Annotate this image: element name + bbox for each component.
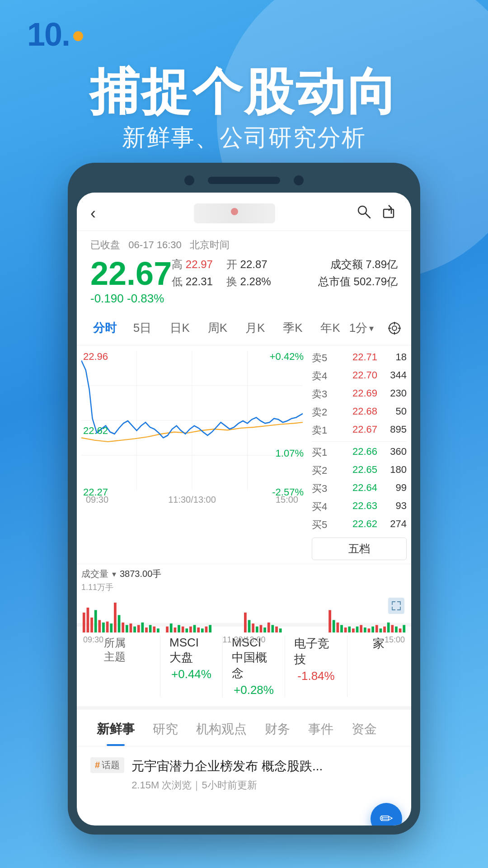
svg-rect-38: [174, 627, 176, 632]
logo-dot-icon: [73, 31, 83, 41]
chart-price-ml: 22.62: [83, 425, 108, 437]
nav-title-area: [113, 203, 356, 223]
app-nav: ‹: [77, 193, 411, 231]
phone-frame: ‹: [68, 163, 420, 835]
logo-text: 10.: [27, 18, 70, 51]
content-tab-events[interactable]: 事件: [299, 710, 343, 746]
time-mid: 11:30/13:00: [168, 495, 216, 505]
svg-rect-32: [145, 627, 148, 632]
five-level-button[interactable]: 五档: [312, 538, 407, 560]
svg-rect-42: [189, 627, 192, 632]
svg-rect-45: [201, 628, 204, 632]
svg-rect-51: [256, 627, 258, 632]
stock-status: 已收盘: [90, 239, 120, 250]
volume-area: 成交量 ▾ 3873.00手 1.11万手: [77, 564, 411, 623]
svg-rect-24: [114, 603, 117, 632]
vol-time-mid: 11:30/13:00: [222, 635, 265, 645]
svg-rect-29: [133, 627, 136, 632]
chart-pct-br: -2.57%: [272, 486, 304, 498]
fab-button[interactable]: ✏: [371, 803, 402, 826]
chart-tab-weekk[interactable]: 周K: [199, 316, 236, 340]
svg-rect-74: [391, 625, 394, 633]
hero-title: 捕捉个股动向: [0, 59, 488, 126]
phone-top-bar: [77, 175, 411, 185]
stock-open: 开 22.87: [226, 257, 267, 272]
chart-tab-monthk[interactable]: 月K: [236, 316, 274, 340]
content-tab-news[interactable]: 新鲜事: [88, 710, 144, 746]
svg-rect-27: [126, 625, 128, 633]
svg-rect-71: [380, 628, 382, 632]
chart-tab-fenshi[interactable]: 分时: [86, 316, 123, 340]
chart-tab-yeark[interactable]: 年K: [312, 316, 349, 340]
main-chart[interactable]: 22.96 +0.42% 22.62 1.07% 22.27 -2.57%: [77, 345, 307, 522]
content-tab-funds[interactable]: 资金: [343, 710, 386, 746]
ob-buy1: 买1 22.66 360: [312, 443, 407, 462]
volume-sub: 1.11万手: [81, 582, 407, 593]
svg-line-1: [366, 213, 370, 218]
svg-rect-67: [364, 627, 366, 632]
phone-camera: [184, 175, 194, 185]
chart-tab-dayk[interactable]: 日K: [161, 316, 199, 340]
chart-time-axis: 09:30 11:30/13:00 15:00: [81, 493, 303, 507]
logo-area: 10.: [27, 18, 461, 51]
stock-details: 高 22.97 开 22.87 低 22.31: [172, 257, 301, 289]
ob-sell1: 卖1 22.67 895: [312, 421, 407, 439]
news-item[interactable]: # 话题 元宇宙潜力企业榜发布 概念股跌... 2.15M 次浏览｜5小时前更新: [77, 746, 411, 803]
svg-rect-28: [130, 623, 132, 632]
svg-rect-30: [137, 625, 140, 633]
theme-msci-large-pct: +0.44%: [171, 667, 211, 681]
svg-rect-62: [344, 627, 347, 632]
svg-rect-61: [340, 625, 343, 633]
svg-rect-70: [375, 625, 378, 633]
chart-tab-1min[interactable]: 1分 ▾: [349, 316, 387, 340]
chart-price-high: 22.96: [83, 351, 108, 363]
ob-buy2: 买2 22.65 180: [312, 462, 407, 480]
news-tag: # 话题: [90, 757, 124, 773]
ob-divider: [312, 441, 407, 442]
svg-rect-40: [182, 627, 184, 632]
svg-rect-37: [170, 623, 173, 632]
news-title: 元宇宙潜力企业榜发布 概念股跌...: [131, 757, 398, 775]
content-tab-research[interactable]: 研究: [144, 710, 187, 746]
svg-rect-75: [395, 627, 398, 632]
fab-spacer: ✏: [77, 803, 411, 826]
volume-chart[interactable]: 成交量 ▾ 3873.00手 1.11万手: [77, 564, 411, 623]
chart-tab-5day[interactable]: 5日: [123, 316, 161, 340]
search-icon[interactable]: [356, 204, 371, 223]
ob-buy5: 买5 22.62 274: [312, 516, 407, 534]
chart-target-icon[interactable]: [387, 321, 402, 336]
svg-rect-17: [87, 608, 89, 632]
nav-title-blurred: [194, 203, 275, 223]
ob-sell2: 卖2 22.68 50: [312, 403, 407, 421]
svg-rect-46: [205, 627, 208, 632]
svg-rect-35: [157, 628, 160, 632]
share-icon[interactable]: [382, 204, 398, 223]
stock-turnover: 换 2.28%: [226, 274, 271, 289]
more-dots-icon[interactable]: ⋮: [385, 274, 398, 289]
chart-tab-seasonk[interactable]: 季K: [274, 316, 311, 340]
theme-msci-china-pct: +0.28%: [234, 683, 274, 697]
svg-rect-22: [106, 622, 109, 632]
phone-screen: ‹: [77, 193, 411, 826]
stock-datetime: 06-17 16:30: [128, 239, 181, 250]
expand-icon[interactable]: [388, 598, 404, 614]
svg-rect-49: [248, 620, 251, 633]
svg-rect-57: [279, 628, 282, 632]
svg-rect-33: [149, 625, 152, 633]
stock-summary: 成交额 7.89亿 总市值 502.79亿: [301, 257, 398, 289]
volume-dropdown-icon[interactable]: ▾: [112, 569, 116, 579]
content-tab-institution[interactable]: 机构观点: [187, 710, 256, 746]
content-tab-finance[interactable]: 财务: [256, 710, 299, 746]
content-tabs: 新鲜事 研究 机构观点 财务 事件 资金: [77, 706, 411, 746]
volume-label: 成交量 ▾ 3873.00手: [81, 568, 407, 580]
svg-rect-54: [267, 623, 270, 632]
svg-rect-19: [94, 610, 97, 633]
volume-time-axis: 09:30 11:30/13:00 15:00: [81, 634, 407, 646]
back-button[interactable]: ‹: [90, 204, 113, 223]
phone-mockup: ‹: [68, 163, 420, 835]
chart-tabs: 分时 5日 日K 周K 月K 季K 年K 1分 ▾: [77, 311, 411, 345]
ob-buy4: 买4 22.63 93: [312, 498, 407, 516]
svg-rect-55: [271, 625, 274, 633]
svg-rect-47: [209, 625, 211, 633]
svg-rect-39: [178, 625, 180, 633]
